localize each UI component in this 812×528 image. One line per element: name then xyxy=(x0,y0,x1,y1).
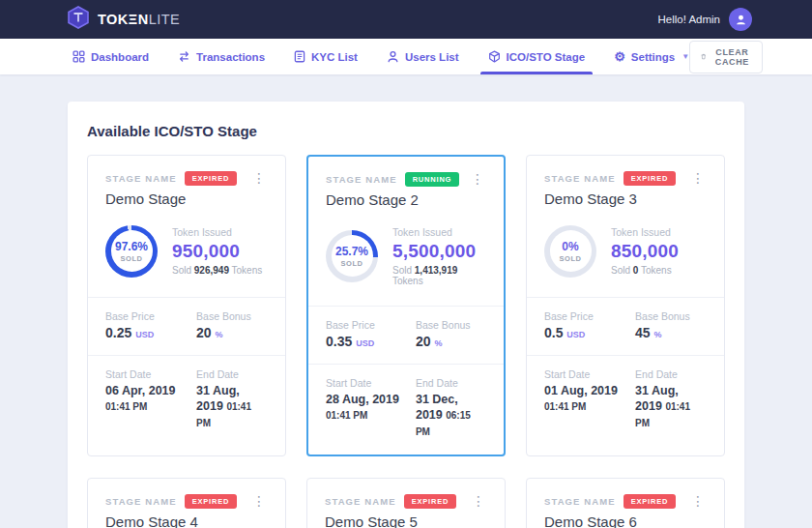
sold-tokens-line: Sold 1,413,919 Tokens xyxy=(392,265,486,286)
sold-label: SOLD xyxy=(341,259,363,268)
topbar: TOKΞNLITE Hello! Admin xyxy=(0,0,812,39)
base-price-value: 0.25 xyxy=(105,325,131,340)
status-badge: EXPIRED xyxy=(185,494,238,509)
base-price-unit: USD xyxy=(356,338,374,348)
chevron-down-icon: ▼ xyxy=(682,52,689,61)
start-time-value: 01:41 PM xyxy=(105,401,147,412)
base-price-unit: USD xyxy=(135,330,154,339)
stage-name-label: STAGE NAME xyxy=(325,496,396,507)
price-bonus-row: Base Price 0.35 USD Base Bonus 20 % xyxy=(308,306,504,364)
base-price-cell: Base Price 0.25 USD xyxy=(105,310,196,340)
greeting-text: Hello! Admin xyxy=(657,14,720,25)
swap-arrows-icon xyxy=(178,50,190,63)
base-price-cell: Base Price 0.5 USD xyxy=(544,310,635,340)
dates-row: Start Date 01 Aug, 2019 01:41 PM End Dat… xyxy=(527,355,724,447)
sold-label: SOLD xyxy=(560,254,582,263)
kebab-menu-icon[interactable]: ⋮ xyxy=(689,171,707,185)
start-date-cell: Start Date 06 Apr, 2019 01:41 PM xyxy=(105,368,196,432)
user-icon xyxy=(387,50,399,63)
kebab-menu-icon[interactable]: ⋮ xyxy=(689,494,707,508)
start-date-value: 28 Aug, 2019 xyxy=(326,393,399,406)
stage-title: Demo Stage xyxy=(105,191,268,207)
base-bonus-label: Base Bonus xyxy=(196,310,268,322)
base-price-unit: USD xyxy=(566,330,585,339)
brand-text: TOKΞNLITE xyxy=(98,12,180,27)
base-price-value: 0.5 xyxy=(544,325,563,340)
sold-tokens-value: 926,949 xyxy=(194,265,229,276)
kebab-menu-icon[interactable]: ⋮ xyxy=(470,494,487,508)
nav-item-settings[interactable]: ⚙ Settings ▼ xyxy=(614,39,689,74)
stage-card: STAGE NAME EXPIRED ⋮ Demo Stage 97.6% SO… xyxy=(87,155,286,456)
base-price-label: Base Price xyxy=(326,319,416,331)
base-bonus-value: 20 xyxy=(196,325,212,340)
start-date-label: Start Date xyxy=(105,368,196,380)
base-price-label: Base Price xyxy=(544,310,635,322)
status-badge: EXPIRED xyxy=(185,171,238,186)
base-bonus-cell: Base Bonus 20 % xyxy=(196,310,268,340)
page-title: Available ICO/STO Stage xyxy=(87,123,725,139)
token-issued-block: Token Issued 950,000 Sold 926,949 Tokens xyxy=(172,226,262,276)
nav-item-ico-sto-stage[interactable]: ICO/STO Stage xyxy=(488,39,586,74)
sold-progress-ring-inner: 0% SOLD xyxy=(550,230,592,272)
sold-progress-ring: 25.7% SOLD xyxy=(326,230,378,282)
stage-title: Demo Stage 2 xyxy=(326,191,486,208)
sold-progress-ring: 97.6% SOLD xyxy=(105,225,158,278)
token-issued-value: 5,500,000 xyxy=(392,241,486,262)
cube-icon xyxy=(488,50,501,63)
stage-title: Demo Stage 3 xyxy=(544,191,707,207)
sold-tokens-value: 0 xyxy=(633,265,639,276)
sold-tokens-line: Sold 0 Tokens xyxy=(611,265,679,276)
status-badge: EXPIRED xyxy=(624,494,677,509)
token-issued-label: Token Issued xyxy=(172,226,262,238)
price-bonus-row: Base Price 0.5 USD Base Bonus 45 % xyxy=(527,297,724,355)
stage-card: STAGE NAME EXPIRED ⋮ Demo Stage 6 0% SOL… xyxy=(526,478,725,528)
end-date-cell: End Date 31 Dec, 2019 06:15 PM xyxy=(416,377,486,441)
dates-row: Start Date 28 Aug, 2019 01:41 PM End Dat… xyxy=(308,364,504,455)
base-bonus-unit: % xyxy=(434,338,442,348)
dashboard-grid-icon xyxy=(72,50,85,63)
base-bonus-unit: % xyxy=(654,330,662,339)
kebab-menu-icon[interactable]: ⋮ xyxy=(250,494,268,508)
content-area: Available ICO/STO Stage STAGE NAME EXPIR… xyxy=(0,102,812,528)
stage-card: STAGE NAME EXPIRED ⋮ Demo Stage 5 0% SOL… xyxy=(306,478,506,528)
base-bonus-cell: Base Bonus 45 % xyxy=(635,310,707,340)
token-issued-block: Token Issued 850,000 Sold 0 Tokens xyxy=(611,226,679,276)
document-list-icon xyxy=(294,50,305,63)
kebab-menu-icon[interactable]: ⋮ xyxy=(250,171,268,185)
brand-logo[interactable]: TOKΞNLITE xyxy=(66,5,180,34)
clear-cache-button[interactable]: CLEAR CACHE xyxy=(689,41,763,73)
start-time-value: 01:41 PM xyxy=(544,401,586,412)
status-badge: RUNNING xyxy=(405,172,460,187)
base-bonus-value: 20 xyxy=(416,334,431,349)
stages-panel: Available ICO/STO Stage STAGE NAME EXPIR… xyxy=(68,102,744,528)
sold-percent-value: 97.6% xyxy=(115,240,148,253)
base-bonus-label: Base Bonus xyxy=(635,310,707,322)
token-issued-label: Token Issued xyxy=(392,226,486,238)
nav-item-users-list[interactable]: Users List xyxy=(387,39,459,74)
nav-item-dashboard[interactable]: Dashboard xyxy=(72,39,149,74)
status-badge: EXPIRED xyxy=(404,494,457,509)
token-issued-value: 950,000 xyxy=(172,241,262,262)
base-bonus-label: Base Bonus xyxy=(416,319,486,331)
nav-item-transactions[interactable]: Transactions xyxy=(178,39,265,74)
start-date-value: 06 Apr, 2019 xyxy=(105,384,176,397)
price-bonus-row: Base Price 0.25 USD Base Bonus 20 % xyxy=(88,297,285,355)
sold-label: SOLD xyxy=(121,254,143,263)
kebab-menu-icon[interactable]: ⋮ xyxy=(469,172,486,186)
token-issued-value: 850,000 xyxy=(611,241,679,262)
start-time-value: 01:41 PM xyxy=(326,410,367,421)
start-date-cell: Start Date 01 Aug, 2019 01:41 PM xyxy=(544,368,635,432)
stage-card: STAGE NAME RUNNING ⋮ Demo Stage 2 25.7% … xyxy=(306,155,506,456)
start-date-cell: Start Date 28 Aug, 2019 01:41 PM xyxy=(326,377,416,441)
end-date-label: End Date xyxy=(196,368,268,380)
stage-name-label: STAGE NAME xyxy=(544,173,616,184)
user-avatar[interactable] xyxy=(729,8,752,31)
stage-name-label: STAGE NAME xyxy=(544,496,616,507)
stage-card-grid: STAGE NAME EXPIRED ⋮ Demo Stage 97.6% SO… xyxy=(87,155,725,528)
nav-item-kyc-list[interactable]: KYC List xyxy=(294,39,358,74)
sold-progress-ring: 0% SOLD xyxy=(544,225,596,278)
sold-progress-ring-inner: 97.6% SOLD xyxy=(111,230,153,272)
stage-card: STAGE NAME EXPIRED ⋮ Demo Stage 4 0% SOL… xyxy=(87,478,286,528)
base-bonus-cell: Base Bonus 20 % xyxy=(416,319,486,349)
stage-card: STAGE NAME EXPIRED ⋮ Demo Stage 3 0% SOL… xyxy=(526,155,725,456)
